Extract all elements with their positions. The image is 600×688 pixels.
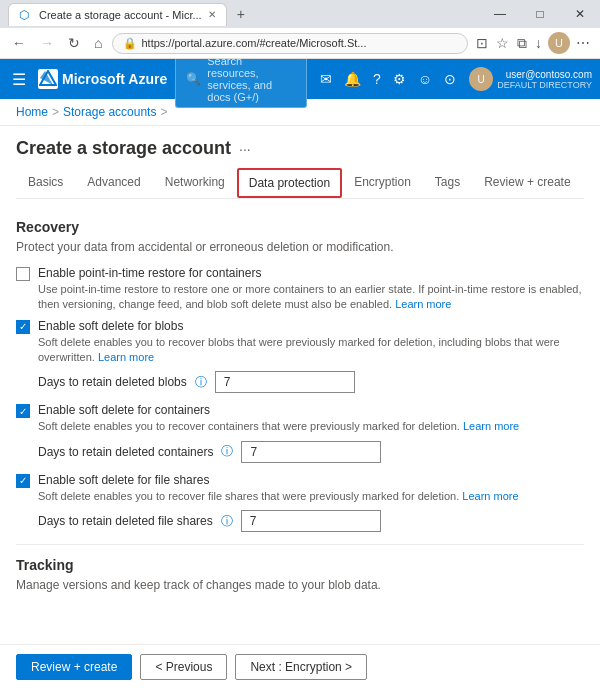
- files-retention-input[interactable]: [241, 510, 381, 532]
- tab-favicon: ⬡: [19, 8, 33, 22]
- feedback-icon[interactable]: ☺: [413, 67, 437, 91]
- main-content: Create a storage account ··· Basics Adva…: [0, 126, 600, 634]
- soft-delete-files-label: Enable soft delete for file shares: [38, 473, 584, 487]
- page-menu-button[interactable]: ···: [239, 141, 251, 157]
- previous-button[interactable]: < Previous: [140, 654, 227, 680]
- soft-delete-blobs-content: Enable soft delete for blobs Soft delete…: [38, 319, 584, 366]
- user-directory: DEFAULT DIRECTORY: [497, 80, 592, 90]
- browser-nav-bar: ← → ↻ ⌂ 🔒 https://portal.azure.com/#crea…: [0, 28, 600, 59]
- breadcrumb-sep-2: >: [160, 105, 167, 119]
- tab-close-button[interactable]: ✕: [208, 9, 216, 20]
- page-header: Create a storage account ···: [16, 126, 584, 167]
- soft-delete-containers-learn-more[interactable]: Learn more: [463, 420, 519, 432]
- portal-header: ☰ Microsoft Azure 🔍 Search resources, se…: [0, 59, 600, 99]
- soft-delete-files-content: Enable soft delete for file shares Soft …: [38, 473, 584, 504]
- settings-portal-icon[interactable]: ⚙: [388, 67, 411, 91]
- tab-advanced[interactable]: Advanced: [75, 167, 152, 199]
- soft-delete-blobs-checkbox[interactable]: [16, 320, 30, 334]
- soft-delete-blobs-label: Enable soft delete for blobs: [38, 319, 584, 333]
- breadcrumb-home[interactable]: Home: [16, 105, 48, 119]
- extensions-icon[interactable]: ⊡: [474, 33, 490, 53]
- soft-delete-files-checkbox[interactable]: [16, 474, 30, 488]
- notifications-icon[interactable]: 🔔: [339, 67, 366, 91]
- user-name: user@contoso.com: [497, 69, 592, 80]
- point-in-time-option: Enable point-in-time restore for contain…: [16, 266, 584, 313]
- breadcrumb-storage[interactable]: Storage accounts: [63, 105, 156, 119]
- tab-data-protection[interactable]: Data protection: [237, 168, 342, 198]
- browser-nav-icons: ⊡ ☆ ⧉ ↓ U ⋯: [474, 32, 592, 54]
- portal-search-placeholder: Search resources, services, and docs (G+…: [207, 55, 296, 103]
- content-area: Recovery Protect your data from accident…: [16, 199, 584, 603]
- azure-logo-icon: [38, 69, 58, 89]
- portal-header-icons: ✉ 🔔 ? ⚙ ☺ ⊙: [315, 67, 461, 91]
- settings-icon[interactable]: ⋯: [574, 33, 592, 53]
- downloads-icon[interactable]: ↓: [533, 33, 544, 53]
- footer-bar: Review + create < Previous Next : Encryp…: [0, 644, 600, 688]
- tab-tags[interactable]: Tags: [423, 167, 472, 199]
- point-in-time-learn-more[interactable]: Learn more: [395, 298, 451, 310]
- next-button[interactable]: Next : Encryption >: [235, 654, 367, 680]
- soft-delete-blobs-desc: Soft delete enables you to recover blobs…: [38, 335, 584, 366]
- soft-delete-files-option: Enable soft delete for file shares Soft …: [16, 473, 584, 504]
- window-controls: — □ ✕: [480, 0, 600, 28]
- tab-basics[interactable]: Basics: [16, 167, 75, 199]
- soft-delete-containers-checkbox[interactable]: [16, 404, 30, 418]
- soft-delete-blobs-checkbox-container: [16, 320, 30, 334]
- section-divider-1: [16, 544, 584, 545]
- files-retention-info-icon[interactable]: ⓘ: [221, 513, 233, 530]
- sidebar-toggle-button[interactable]: ☰: [8, 66, 30, 93]
- app-window: ⬡ Create a storage account - Micr... ✕ +…: [0, 0, 600, 688]
- profile-icon[interactable]: U: [548, 32, 570, 54]
- collections-icon[interactable]: ⧉: [515, 33, 529, 54]
- containers-retention-label: Days to retain deleted containers: [38, 445, 213, 459]
- minimize-button[interactable]: —: [480, 0, 520, 28]
- breadcrumb-sep-1: >: [52, 105, 59, 119]
- back-button[interactable]: ←: [8, 33, 30, 53]
- close-button[interactable]: ✕: [560, 0, 600, 28]
- soft-delete-blobs-option: Enable soft delete for blobs Soft delete…: [16, 319, 584, 366]
- point-in-time-checkbox[interactable]: [16, 267, 30, 281]
- email-icon[interactable]: ✉: [315, 67, 337, 91]
- page-title: Create a storage account: [16, 138, 231, 159]
- recovery-section-title: Recovery: [16, 219, 584, 235]
- point-in-time-checkbox-container: [16, 267, 30, 281]
- blobs-retention-label: Days to retain deleted blobs: [38, 375, 187, 389]
- tab-networking[interactable]: Networking: [153, 167, 237, 199]
- review-create-button[interactable]: Review + create: [16, 654, 132, 680]
- user-info: user@contoso.com DEFAULT DIRECTORY: [497, 69, 592, 90]
- files-retention-label: Days to retain deleted file shares: [38, 514, 213, 528]
- point-in-time-content: Enable point-in-time restore for contain…: [38, 266, 584, 313]
- search-icon: 🔍: [186, 72, 201, 86]
- blobs-retention-info-icon[interactable]: ⓘ: [195, 374, 207, 391]
- point-in-time-label: Enable point-in-time restore for contain…: [38, 266, 584, 280]
- maximize-button[interactable]: □: [520, 0, 560, 28]
- user-avatar: U: [469, 67, 493, 91]
- new-tab-button[interactable]: +: [229, 2, 253, 26]
- files-retention-row: Days to retain deleted file shares ⓘ: [38, 510, 584, 532]
- help-icon[interactable]: ?: [368, 67, 386, 91]
- soft-delete-files-desc: Soft delete enables you to recover file …: [38, 489, 584, 504]
- home-button[interactable]: ⌂: [90, 33, 106, 53]
- soft-delete-files-checkbox-container: [16, 474, 30, 488]
- soft-delete-blobs-learn-more[interactable]: Learn more: [98, 351, 154, 363]
- tracking-section-title: Tracking: [16, 557, 584, 573]
- cloud-shell-icon[interactable]: ⊙: [439, 67, 461, 91]
- blobs-retention-input[interactable]: [215, 371, 355, 393]
- forward-button[interactable]: →: [36, 33, 58, 53]
- browser-tab[interactable]: ⬡ Create a storage account - Micr... ✕: [8, 3, 227, 26]
- refresh-button[interactable]: ↻: [64, 33, 84, 53]
- tab-review-create[interactable]: Review + create: [472, 167, 582, 199]
- address-bar[interactable]: 🔒 https://portal.azure.com/#create/Micro…: [112, 33, 468, 54]
- containers-retention-info-icon[interactable]: ⓘ: [221, 443, 233, 460]
- soft-delete-containers-content: Enable soft delete for containers Soft d…: [38, 403, 584, 434]
- favorites-icon[interactable]: ☆: [494, 33, 511, 53]
- blobs-retention-row: Days to retain deleted blobs ⓘ: [38, 371, 584, 393]
- portal-user-menu[interactable]: U user@contoso.com DEFAULT DIRECTORY: [469, 67, 592, 91]
- recovery-section-desc: Protect your data from accidental or err…: [16, 239, 584, 256]
- soft-delete-files-learn-more[interactable]: Learn more: [462, 490, 518, 502]
- tabs-nav: Basics Advanced Networking Data protecti…: [16, 167, 584, 199]
- azure-logo-text: Microsoft Azure: [62, 71, 167, 87]
- tab-encryption[interactable]: Encryption: [342, 167, 423, 199]
- soft-delete-containers-checkbox-container: [16, 404, 30, 418]
- containers-retention-input[interactable]: [241, 441, 381, 463]
